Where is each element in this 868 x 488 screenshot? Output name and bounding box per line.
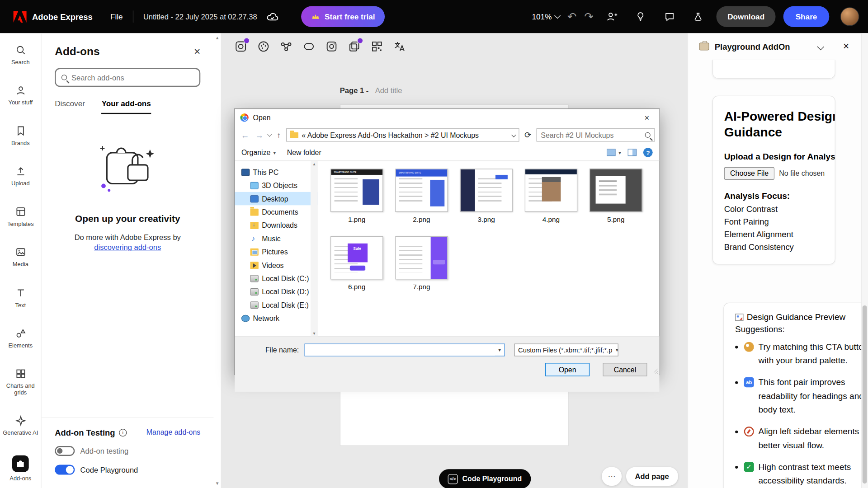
address-chevron-icon[interactable] (512, 133, 516, 137)
sidebar-item-upload[interactable]: Upload (0, 165, 40, 187)
history-chevron-icon[interactable] (267, 132, 272, 136)
add-title-placeholder[interactable]: Add title (375, 86, 402, 94)
refresh-icon[interactable]: ⟳ (522, 130, 533, 140)
forward-arrow-icon[interactable]: → (254, 130, 265, 140)
tree-item-local-disk-e[interactable]: Local Disk (E:) (235, 298, 318, 311)
up-arrow-icon[interactable]: ↑ (274, 131, 283, 140)
tree-item-desktop[interactable]: Desktop (235, 192, 318, 205)
tree-item-videos[interactable]: Videos (235, 258, 318, 272)
combo-chevron-icon[interactable]: ▼ (612, 344, 618, 356)
back-arrow-icon[interactable]: ← (239, 130, 251, 140)
add-ons-search-field[interactable] (55, 68, 200, 87)
collapse-chevron-icon[interactable] (817, 43, 824, 50)
close-icon[interactable]: × (843, 40, 849, 52)
manage-add-ons-link[interactable]: Manage add-ons (146, 428, 200, 436)
file-item[interactable]: SMARTBRAND SUITE 2.png (389, 169, 454, 236)
sidebar-item-your-stuff[interactable]: Your stuff (0, 84, 40, 106)
labs-flask-button[interactable] (688, 6, 709, 27)
panel-scrollbar[interactable]: ▲ ▼ (214, 33, 221, 488)
open-button[interactable]: Open (545, 363, 590, 376)
instagram-icon[interactable] (325, 40, 338, 53)
sidebar-item-elements[interactable]: Elements (0, 327, 40, 348)
new-folder-button[interactable]: New folder (287, 148, 321, 156)
redo-button[interactable]: ↷ (584, 10, 594, 23)
workflow-icon[interactable] (279, 40, 292, 53)
sidebar-item-add-ons[interactable]: Add-ons (0, 455, 40, 482)
sidebar-item-brands[interactable]: Brands (0, 125, 40, 146)
comments-button[interactable] (659, 6, 680, 27)
dialog-title-bar[interactable]: Open × (235, 109, 659, 126)
file-menu[interactable]: File (110, 12, 123, 21)
cancel-button[interactable]: Cancel (603, 363, 647, 376)
zoom-dropdown[interactable]: 101% (532, 12, 560, 21)
breadcrumb-current[interactable]: #2 UI Mockups (431, 131, 479, 139)
combo-chevron-icon[interactable]: ▼ (495, 344, 505, 356)
file-name-input[interactable] (305, 344, 495, 356)
tree-item-documents[interactable]: Documents (235, 205, 318, 218)
shape-icon[interactable] (302, 40, 316, 53)
sidebar-item-text[interactable]: Text (0, 287, 40, 308)
color-wheel-icon[interactable] (257, 40, 270, 53)
file-item[interactable]: 7.png (389, 236, 454, 304)
right-scrollbar[interactable] (861, 33, 868, 488)
layers-premium-icon[interactable] (348, 40, 361, 53)
brand-icon[interactable] (234, 40, 247, 53)
tab-your-add-ons[interactable]: Your add-ons (102, 99, 151, 114)
file-item[interactable]: 4.png (519, 169, 583, 236)
cloud-sync-icon[interactable] (266, 11, 279, 22)
share-button[interactable]: Share (783, 6, 830, 27)
tree-item-downloads[interactable]: Downloads (235, 219, 318, 232)
tree-item-local-disk-d[interactable]: Local Disk (D:) (235, 285, 318, 298)
user-avatar[interactable] (840, 7, 859, 26)
file-item[interactable]: 3.png (454, 169, 519, 236)
breadcrumb-folder[interactable]: Adobe Express Add-Ons Hackathon (307, 131, 423, 139)
tree-item-this-pc[interactable]: This PC (235, 165, 318, 178)
search-add-ons-input[interactable] (71, 73, 194, 81)
scroll-down-arrow-icon[interactable]: ▼ (215, 481, 220, 486)
preview-pane-icon[interactable] (628, 149, 637, 156)
scroll-up-arrow-icon[interactable]: ▲ (312, 162, 316, 166)
code-playground-button[interactable]: </> Code Playground (439, 469, 531, 488)
breadcrumb-collapse[interactable]: « (302, 131, 306, 139)
close-icon[interactable]: × (634, 109, 659, 126)
qr-icon[interactable] (370, 40, 383, 53)
dialog-search-input[interactable] (541, 131, 645, 139)
sidebar-item-generative-ai[interactable]: Generative AI (0, 415, 40, 436)
add-on-testing-toggle[interactable] (55, 446, 75, 456)
choose-file-button[interactable]: Choose File (724, 167, 775, 180)
download-button[interactable]: Download (717, 6, 776, 27)
organize-menu[interactable]: Organize▾ (241, 148, 276, 156)
resize-grip[interactable] (653, 368, 658, 373)
start-free-trial-button[interactable]: Start free trial (302, 6, 385, 27)
ideas-lightbulb-button[interactable] (630, 6, 651, 27)
view-mode-button[interactable]: ▾ (607, 149, 621, 156)
tree-item-network[interactable]: Network (235, 311, 318, 324)
tree-item-music[interactable]: Music (235, 232, 318, 245)
scroll-up-arrow-icon[interactable]: ▲ (215, 35, 220, 40)
translate-icon[interactable] (393, 40, 406, 53)
file-type-dropdown[interactable]: Custom Files (*.xbm;*.tif;*.jfif;*.p ▼ (514, 343, 618, 356)
tree-scrollbar[interactable]: ▲▼ (311, 161, 318, 336)
sidebar-item-media[interactable]: Media (0, 246, 40, 267)
tree-item-3d-objects[interactable]: 3D Objects (235, 179, 318, 192)
file-item[interactable]: 5.png (584, 169, 648, 236)
dialog-search-box[interactable] (537, 128, 655, 141)
file-name-combo[interactable]: ▼ (304, 343, 505, 356)
more-options-button[interactable]: ··· (602, 467, 622, 486)
help-icon[interactable]: ? (643, 148, 653, 157)
add-page-button[interactable]: Add page (626, 467, 678, 486)
sidebar-item-templates[interactable]: Templates (0, 206, 40, 227)
scroll-down-arrow-icon[interactable]: ▼ (312, 331, 316, 335)
file-item[interactable]: Sale 6.png (325, 236, 389, 304)
sidebar-item-charts-and-grids[interactable]: Charts and grids (0, 368, 40, 395)
scrollbar-thumb[interactable] (863, 305, 867, 483)
file-item[interactable]: SMARTBRAND SUITE 1.png (325, 169, 389, 236)
undo-button[interactable]: ↶ (567, 10, 577, 23)
invite-people-button[interactable] (601, 6, 623, 27)
close-icon[interactable]: × (194, 45, 200, 58)
sidebar-item-search[interactable]: Search (0, 44, 40, 66)
tree-item-local-disk-c[interactable]: Local Disk (C:) (235, 272, 318, 285)
code-playground-toggle[interactable] (55, 465, 75, 475)
discovering-add-ons-link[interactable]: discovering add-ons (94, 244, 161, 252)
breadcrumb[interactable]: « Adobe Express Add-Ons Hackathon > #2 U… (286, 128, 519, 141)
